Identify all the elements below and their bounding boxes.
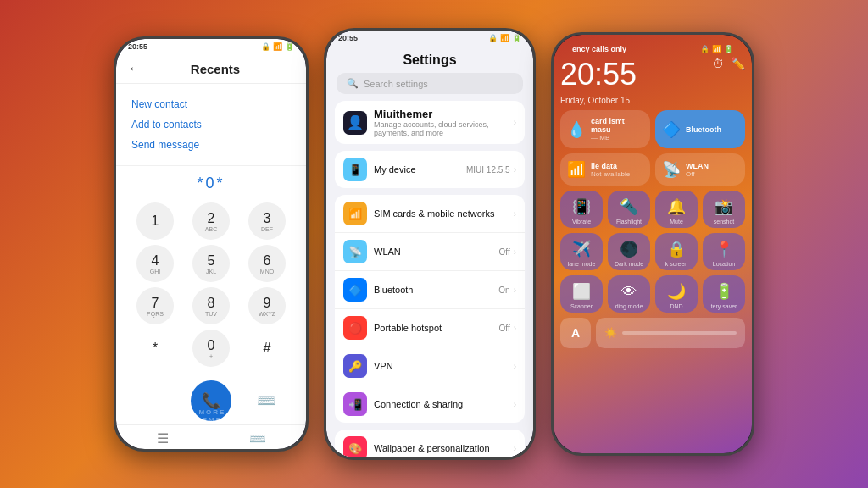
dial-6[interactable]: 6MNO — [248, 245, 286, 282]
vpn-chevron: › — [514, 362, 516, 371]
data-tile[interactable]: 💧 card isn't masu — MB — [560, 110, 650, 148]
dial-3[interactable]: 3DEF — [248, 202, 286, 240]
bluetooth-tile-icon: 🔷 — [662, 120, 681, 139]
send-message-button[interactable]: Send message — [131, 135, 291, 155]
wlan-item[interactable]: 📡 WLAN Off › — [335, 233, 525, 271]
dial-0[interactable]: 0+ — [192, 330, 230, 367]
dnd-label: DND — [670, 303, 682, 309]
search-bar[interactable]: 🔍 Search settings — [337, 73, 523, 94]
location-label: Location — [713, 261, 735, 267]
my-device-item[interactable]: 📱 My device MIUI 12.5.5 › — [335, 151, 525, 188]
new-contact-button[interactable]: New contact — [131, 94, 291, 114]
lock-screen-label: k screen — [665, 261, 687, 267]
nav-menu-icon[interactable]: ☰ — [157, 430, 169, 446]
flashlight-label: Flashlight — [616, 219, 642, 225]
user-subtitle: Manage accounts, cloud services, payment… — [374, 120, 514, 137]
flashlight-button[interactable]: 🔦 Flashlight — [608, 191, 650, 228]
keypad-toggle[interactable]: ⌨️ — [248, 391, 285, 410]
dial-9[interactable]: 9WXYZ — [248, 287, 286, 324]
bluetooth-chevron: › — [514, 286, 516, 295]
reading-mode-button[interactable]: 👁 ding mode — [608, 275, 650, 313]
dial-8[interactable]: 8TUV — [192, 287, 230, 324]
lock-screen-icon: 🔒 — [667, 240, 686, 258]
bluetooth-tile[interactable]: 🔷 Bluetooth — [655, 110, 745, 148]
mobile-data-tile[interactable]: 📶 ile data Not available — [560, 153, 650, 186]
status-bar-1: 20:55 🔒 📶 🔋 — [116, 39, 306, 54]
device-section: 📱 My device MIUI 12.5.5 › — [335, 151, 525, 188]
bluetooth-icon: 🔷 — [343, 278, 367, 302]
dial-hash[interactable]: # — [248, 330, 286, 367]
contact-actions: New contact Add to contacts Send message — [116, 84, 306, 166]
cc-top-icons: ⏱ ✏️ — [712, 57, 745, 70]
add-to-contacts-button[interactable]: Add to contacts — [131, 114, 291, 135]
cc-grid-row1: 📳 Vibrate 🔦 Flashlight 🔔 Mute 📸 senshot — [560, 191, 745, 228]
brightness-slider[interactable]: ☀️ — [596, 318, 745, 348]
dial-star[interactable]: * — [136, 330, 174, 367]
vpn-item[interactable]: 🔑 VPN › — [335, 347, 525, 385]
wlan-tile-label: WLAN — [686, 162, 709, 170]
chevron-icon: › — [514, 118, 516, 127]
device-version: MIUI 12.5.5 — [466, 165, 510, 175]
cc-second-tiles: 📶 ile data Not available 📡 WLAN Off — [560, 153, 745, 186]
sim-item[interactable]: 📶 SIM cards & mobile networks › — [335, 195, 525, 233]
dial-2[interactable]: 2ABC — [192, 202, 230, 240]
search-placeholder: Search settings — [364, 79, 428, 89]
back-button[interactable]: ← — [128, 61, 142, 76]
mute-icon: 🔔 — [667, 197, 686, 216]
hotspot-value: Off — [499, 324, 510, 333]
location-button[interactable]: 📍 Location — [703, 233, 745, 270]
dial-bottom: 📞 ⌨️ — [116, 374, 306, 424]
wlan-tile-sub: Off — [686, 170, 709, 178]
vibrate-icon: 📳 — [572, 197, 591, 216]
dark-mode-button[interactable]: 🌑 Dark mode — [608, 233, 650, 270]
dial-5[interactable]: 5JKL — [192, 245, 230, 282]
connection-chevron: › — [514, 400, 516, 409]
wallpaper-icon: 🎨 — [343, 436, 367, 458]
data-tile-sub: — MB — [591, 134, 643, 141]
cc-grid-row2: ✈️ lane mode 🌑 Dark mode 🔒 k screen 📍 Lo… — [560, 233, 745, 270]
nav-dialpad-icon[interactable]: ⌨️ — [249, 430, 266, 446]
mute-button[interactable]: 🔔 Mute — [655, 191, 698, 228]
dial-4[interactable]: 4GHI — [136, 245, 174, 282]
connection-item[interactable]: 📲 Connection & sharing › — [335, 385, 525, 423]
user-profile-item[interactable]: 👤 Miuithemer Manage accounts, cloud serv… — [335, 101, 525, 144]
personalization-section: 🎨 Wallpaper & personalization › 🔒 Always… — [335, 430, 525, 458]
screenshot-button[interactable]: 📸 senshot — [703, 191, 745, 228]
call-button[interactable]: 📞 — [191, 380, 231, 421]
lock-screen-button[interactable]: 🔒 k screen — [655, 233, 698, 270]
sun-icon: ☀️ — [604, 327, 617, 339]
airplane-button[interactable]: ✈️ lane mode — [560, 233, 603, 270]
dial-7[interactable]: 7PQRS — [136, 287, 174, 324]
timer-icon[interactable]: ⏱ — [712, 57, 724, 70]
vpn-icon: 🔑 — [343, 354, 367, 378]
sim-label: SIM cards & mobile networks — [374, 208, 514, 219]
screenshot-icon: 📸 — [715, 197, 733, 216]
hotspot-item[interactable]: 🔴 Portable hotspot Off › — [335, 309, 525, 347]
vibrate-button[interactable]: 📳 Vibrate — [560, 191, 603, 228]
dnd-button[interactable]: 🌙 DND — [655, 275, 698, 313]
edit-icon[interactable]: ✏️ — [731, 57, 745, 70]
dark-mode-icon: 🌑 — [620, 240, 638, 258]
mobile-data-label: ile data — [591, 162, 630, 170]
scanner-button[interactable]: ⬜ Scanner — [560, 275, 603, 313]
dial-1[interactable]: 1 — [136, 202, 174, 240]
phone-control-center: ency calls only 🔒 📶 🔋 20:55 Friday, Octo… — [551, 32, 754, 456]
phone-settings: 20:55 🔒 📶 🔋 Settings 🔍 Search settings 👤… — [324, 28, 536, 460]
sim-icon: 📶 — [343, 202, 367, 225]
brightness-bar — [622, 331, 737, 335]
page-title: Recents — [150, 62, 281, 76]
dnd-icon: 🌙 — [667, 282, 686, 301]
bluetooth-item[interactable]: 🔷 Bluetooth On › — [335, 271, 525, 309]
control-center-screen: ency calls only 🔒 📶 🔋 20:55 Friday, Octo… — [554, 35, 752, 453]
bluetooth-tile-label: Bluetooth — [686, 125, 721, 134]
user-name: Miuithemer — [374, 108, 514, 120]
location-icon: 📍 — [715, 240, 733, 258]
hotspot-label: Portable hotspot — [374, 323, 499, 333]
battery-saver-button[interactable]: 🔋 tery saver — [703, 275, 745, 313]
phone-recents: 20:55 🔒 📶 🔋 ← Recents New contact Add to… — [114, 36, 309, 452]
font-size-button[interactable]: A — [560, 318, 591, 348]
wlan-tile[interactable]: 📡 WLAN Off — [655, 153, 745, 186]
recents-header: ← Recents — [116, 54, 306, 84]
bluetooth-value: On — [498, 286, 509, 295]
wallpaper-item[interactable]: 🎨 Wallpaper & personalization › — [335, 430, 525, 458]
